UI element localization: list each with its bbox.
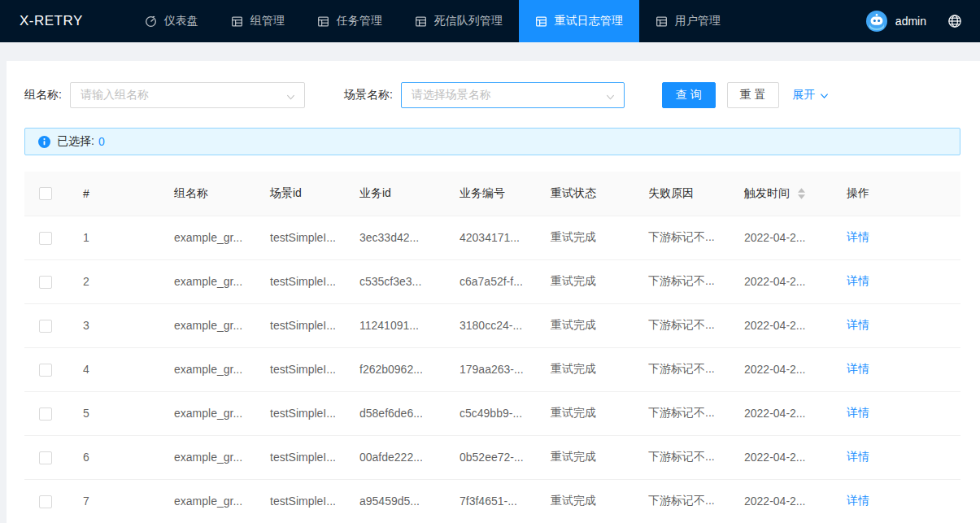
scene-name-placeholder: 请选择场景名称 <box>412 88 491 102</box>
username: admin <box>895 15 926 28</box>
cell-group: example_gr... <box>161 479 257 523</box>
cell-index: 7 <box>70 479 161 523</box>
scene-name-label: 场景名称: <box>344 88 393 102</box>
cell-index: 2 <box>70 259 161 303</box>
cell-fail-reason: 下游标记不... <box>635 259 731 303</box>
cell-scene-id: testSimpleI... <box>257 391 346 435</box>
row-checkbox[interactable] <box>39 276 52 289</box>
cell-biz-no: c6a7a52f-f... <box>446 259 538 303</box>
detail-link[interactable]: 详情 <box>847 362 869 375</box>
cell-trigger-time: 2022-04-2... <box>731 435 834 479</box>
group-name-placeholder: 请输入组名称 <box>81 88 149 102</box>
cell-trigger-time: 2022-04-2... <box>731 479 834 523</box>
column-header-trigger-time: 触发时间 <box>731 172 834 216</box>
row-checkbox[interactable] <box>39 408 52 421</box>
user-menu[interactable]: admin <box>866 11 926 32</box>
nav-item-dead-letter-queue[interactable]: 死信队列管理 <box>399 0 519 42</box>
cell-biz-id: 11241091... <box>346 303 446 347</box>
table-row: 6 example_gr... testSimpleI... 00afde222… <box>24 435 960 479</box>
cell-trigger-time: 2022-04-2... <box>731 259 834 303</box>
nav-item-group-management[interactable]: 组管理 <box>215 0 301 42</box>
cell-fail-reason: 下游标记不... <box>635 347 731 391</box>
column-header-actions: 操作 <box>834 172 960 216</box>
cell-biz-no: 179aa263-... <box>446 347 538 391</box>
expand-label: 展开 <box>793 88 816 102</box>
cell-retry-status: 重试完成 <box>538 479 635 523</box>
search-button[interactable]: 查 询 <box>662 82 716 108</box>
nav-item-label: 仪表盘 <box>164 14 198 28</box>
column-header-index: # <box>70 172 161 216</box>
reset-button[interactable]: 重 置 <box>727 82 779 108</box>
row-checkbox[interactable] <box>39 495 52 508</box>
filter-bar: 组名称: 请输入组名称 场景名称: 请选择场景名称 查 询 重 置 展开 <box>24 82 960 108</box>
nav-item-retry-log-management[interactable]: 重试日志管理 <box>519 0 639 42</box>
table-icon <box>231 15 243 28</box>
row-checkbox[interactable] <box>39 320 52 333</box>
cell-scene-id: testSimpleI... <box>257 259 346 303</box>
detail-link[interactable]: 详情 <box>847 274 869 287</box>
cell-scene-id: testSimpleI... <box>257 216 346 259</box>
group-name-select[interactable]: 请输入组名称 <box>70 82 305 108</box>
cell-scene-id: testSimpleI... <box>257 435 346 479</box>
cell-group: example_gr... <box>161 303 257 347</box>
column-header-biz-id: 业务id <box>346 172 446 216</box>
cell-scene-id: testSimpleI... <box>257 347 346 391</box>
table-row: 5 example_gr... testSimpleI... d58ef6de6… <box>24 391 960 435</box>
table-icon <box>535 15 547 28</box>
cell-retry-status: 重试完成 <box>538 391 635 435</box>
chevron-down-icon <box>606 91 615 104</box>
cell-fail-reason: 下游标记不... <box>635 479 731 523</box>
chevron-down-icon <box>820 91 829 100</box>
nav-item-label: 任务管理 <box>337 14 382 28</box>
detail-link[interactable]: 详情 <box>847 318 869 331</box>
select-all-checkbox[interactable] <box>39 187 52 200</box>
nav-item-user-management[interactable]: 用户管理 <box>639 0 737 42</box>
column-header-fail-reason: 失败原因 <box>635 172 731 216</box>
cell-retry-status: 重试完成 <box>538 303 635 347</box>
cell-index: 3 <box>70 303 161 347</box>
cell-trigger-time: 2022-04-2... <box>731 347 834 391</box>
detail-link[interactable]: 详情 <box>847 406 869 419</box>
nav-item-label: 重试日志管理 <box>555 14 623 28</box>
scene-name-select[interactable]: 请选择场景名称 <box>401 82 625 108</box>
language-switcher[interactable] <box>947 14 962 28</box>
nav-item-task-management[interactable]: 任务管理 <box>301 0 399 42</box>
table-icon <box>415 15 427 28</box>
column-header-scene-id: 场景id <box>257 172 346 216</box>
cell-trigger-time: 2022-04-2... <box>731 391 834 435</box>
top-nav: X-RETRY 仪表盘 组管理 任务管理 <box>0 0 980 42</box>
detail-link[interactable]: 详情 <box>847 450 869 463</box>
detail-link[interactable]: 详情 <box>847 230 869 243</box>
row-checkbox[interactable] <box>39 451 52 464</box>
cell-index: 1 <box>70 216 161 259</box>
column-header-retry-status: 重试状态 <box>538 172 635 216</box>
nav-item-label: 死信队列管理 <box>434 14 503 28</box>
group-name-label: 组名称: <box>24 88 62 102</box>
cell-group: example_gr... <box>161 435 257 479</box>
nav-item-label: 组管理 <box>250 14 285 28</box>
cell-fail-reason: 下游标记不... <box>635 216 731 259</box>
table-row: 2 example_gr... testSimpleI... c535cf3e3… <box>24 259 960 303</box>
table-icon <box>317 15 329 28</box>
cell-scene-id: testSimpleI... <box>257 479 346 523</box>
cell-retry-status: 重试完成 <box>538 216 635 259</box>
expand-link[interactable]: 展开 <box>793 88 829 102</box>
cell-biz-id: a95459d5... <box>346 479 446 523</box>
cell-fail-reason: 下游标记不... <box>635 435 731 479</box>
table-row: 1 example_gr... testSimpleI... 3ec33d42.… <box>24 216 960 259</box>
cell-biz-id: 3ec33d42... <box>346 216 446 259</box>
trigger-time-label: 触发时间 <box>744 186 790 199</box>
row-checkbox[interactable] <box>39 364 52 377</box>
cell-group: example_gr... <box>161 391 257 435</box>
detail-link[interactable]: 详情 <box>847 494 869 507</box>
chevron-down-icon <box>286 91 295 104</box>
cell-biz-no: 7f3f4651-... <box>446 479 538 523</box>
avatar <box>866 11 887 32</box>
row-checkbox[interactable] <box>39 232 52 245</box>
cell-scene-id: testSimpleI... <box>257 303 346 347</box>
nav-item-dashboard[interactable]: 仪表盘 <box>128 0 215 42</box>
cell-group: example_gr... <box>161 216 257 259</box>
sort-toggle[interactable] <box>798 188 805 199</box>
cell-fail-reason: 下游标记不... <box>635 303 731 347</box>
cell-index: 4 <box>70 347 161 391</box>
